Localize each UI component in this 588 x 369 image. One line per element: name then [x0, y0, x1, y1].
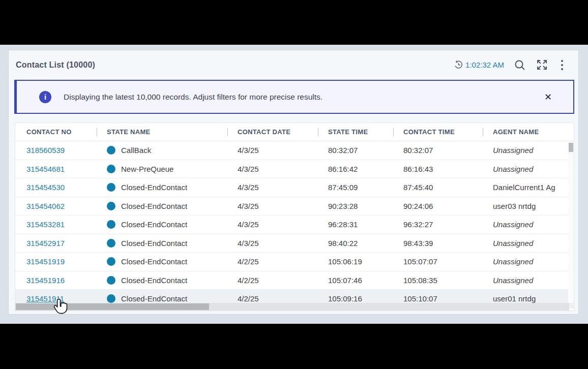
table-body: 318560539CallBack4/3/2580:32:0780:32:07U… — [15, 141, 574, 309]
page-title: Contact List (10000) — [16, 60, 95, 70]
search-icon[interactable] — [514, 59, 526, 71]
table-row[interactable]: 315451919Closed-EndContact4/2/25105:06:1… — [15, 253, 574, 271]
contact-time-cell: 96:32:27 — [393, 220, 483, 229]
state-time-cell: 80:32:07 — [318, 146, 393, 155]
column-header-contact-time[interactable]: CONTACT TIME — [393, 128, 483, 136]
contact-number-link[interactable]: 315451911 — [26, 294, 64, 303]
contact-date-cell: 4/3/25 — [227, 165, 318, 173]
contact-date-cell: 4/3/25 — [227, 202, 318, 210]
contact-time-cell: 105:07:07 — [393, 257, 483, 266]
info-icon: i — [39, 91, 51, 103]
state-name-cell: Closed-EndContact — [97, 183, 227, 192]
contact-table: CONTACT NOSTATE NAMECONTACT DATESTATE TI… — [15, 122, 574, 311]
agent-name-cell: Unassigned — [483, 257, 574, 266]
table-row[interactable]: 315454062Closed-EndContact4/3/2590:23:28… — [15, 197, 574, 216]
contact-time-cell: 86:16:43 — [393, 165, 483, 173]
contact-no-cell: 315453281 — [15, 220, 97, 229]
state-name-label: Closed-EndContact — [121, 220, 187, 229]
agent-name-label: user01 nrtdg — [493, 294, 536, 303]
expand-icon[interactable] — [536, 58, 548, 71]
state-name-cell: Closed-EndContact — [97, 239, 227, 248]
column-header-contact-date[interactable]: CONTACT DATE — [227, 128, 318, 136]
contact-no-cell: 318560539 — [15, 146, 97, 155]
state-time-cell: 105:09:16 — [318, 294, 393, 303]
vertical-scrollbar-thumb[interactable] — [569, 143, 573, 152]
state-dot-icon — [107, 276, 115, 285]
column-header-contact-no[interactable]: CONTACT NO — [15, 128, 97, 136]
contact-date-cell: 4/2/25 — [227, 276, 318, 285]
contact-time-cell: 105:08:35 — [393, 276, 483, 285]
state-dot-icon — [107, 183, 115, 192]
agent-name-cell: Unassigned — [483, 239, 574, 248]
state-name-label: New-PreQueue — [121, 165, 173, 173]
table-row[interactable]: 315451916Closed-EndContact4/2/25105:07:4… — [15, 271, 574, 290]
refresh-time-group[interactable]: 1:02:32 AM — [454, 60, 504, 70]
horizontal-scrollbar-thumb[interactable] — [16, 303, 209, 310]
contact-number-link[interactable]: 315451919 — [26, 257, 65, 266]
state-name-label: Closed-EndContact — [121, 276, 187, 285]
column-header-state-time[interactable]: STATE TIME — [318, 128, 393, 136]
contact-number-link[interactable]: 315452917 — [26, 239, 65, 248]
state-name-cell: New-PreQueue — [97, 165, 227, 173]
state-dot-icon — [107, 294, 115, 303]
state-time-cell: 90:23:28 — [318, 202, 393, 210]
banner-message: Displaying the latest 10,000 records. Ad… — [64, 93, 322, 102]
state-name-cell: Closed-EndContact — [97, 220, 227, 229]
contact-number-link[interactable]: 315454062 — [26, 202, 65, 210]
agent-name-label: Unassigned — [493, 165, 533, 173]
contact-no-cell: 315452917 — [15, 239, 97, 248]
state-name-label: Closed-EndContact — [121, 183, 187, 192]
contact-number-link[interactable]: 315453281 — [26, 220, 65, 229]
horizontal-scrollbar[interactable] — [15, 303, 569, 311]
state-dot-icon — [107, 165, 115, 173]
contact-time-cell: 87:45:40 — [393, 183, 483, 192]
state-name-cell: Closed-EndContact — [97, 276, 227, 285]
state-time-cell: 96:28:31 — [318, 220, 393, 229]
table-row[interactable]: 318560539CallBack4/3/2580:32:0780:32:07U… — [15, 141, 574, 160]
contact-date-cell: 4/3/25 — [227, 239, 318, 248]
widget-header: Contact List (10000) 1:02:32 AM — [9, 50, 578, 79]
contact-no-cell: 315451911 — [15, 294, 97, 303]
contact-date-cell: 4/2/25 — [227, 257, 318, 266]
contact-number-link[interactable]: 318560539 — [26, 146, 65, 155]
contact-time-cell: 105:10:07 — [393, 294, 483, 303]
contact-no-cell: 315454062 — [15, 202, 97, 210]
agent-name-label: user03 nrtdg — [493, 202, 536, 210]
contact-time-cell: 90:24:06 — [393, 202, 483, 210]
vertical-scrollbar[interactable] — [568, 142, 574, 303]
table-row[interactable]: 315452917Closed-EndContact4/3/2598:40:22… — [15, 234, 574, 253]
contact-no-cell: 315454681 — [15, 165, 97, 173]
state-time-cell: 105:07:46 — [318, 276, 393, 285]
agent-name-label: Unassigned — [493, 220, 533, 229]
state-time-cell: 87:45:09 — [318, 183, 393, 192]
column-header-agent-name[interactable]: AGENT NAME — [483, 128, 574, 136]
state-time-cell: 105:06:19 — [318, 257, 393, 266]
last-refresh-time: 1:02:32 AM — [465, 60, 504, 69]
agent-name-cell: user03 nrtdg — [483, 202, 574, 210]
state-name-cell: Closed-EndContact — [97, 202, 227, 210]
table-row[interactable]: 315454681New-PreQueue4/3/2586:16:4286:16… — [15, 160, 574, 179]
agent-name-cell: Unassigned — [483, 146, 574, 155]
table-row[interactable]: 315453281Closed-EndContact4/3/2596:28:31… — [15, 216, 574, 234]
kebab-menu-icon[interactable] — [558, 59, 566, 71]
contact-number-link[interactable]: 315451916 — [26, 276, 65, 285]
table-row[interactable]: 315454530Closed-EndContact4/3/2587:45:09… — [15, 178, 574, 197]
contact-date-cell: 4/2/25 — [227, 294, 318, 303]
state-name-cell: Closed-EndContact — [97, 257, 227, 266]
state-name-label: Closed-EndContact — [121, 257, 187, 266]
contact-date-cell: 4/3/25 — [227, 146, 318, 155]
contact-date-cell: 4/3/25 — [227, 220, 318, 229]
state-dot-icon — [107, 146, 115, 155]
state-time-cell: 98:40:22 — [318, 239, 393, 248]
contact-no-cell: 315451919 — [15, 257, 97, 266]
agent-name-cell: Unassigned — [483, 276, 574, 285]
column-header-state-name[interactable]: STATE NAME — [97, 128, 227, 136]
state-dot-icon — [107, 220, 115, 229]
contact-number-link[interactable]: 315454681 — [26, 165, 65, 173]
info-banner: i Displaying the latest 10,000 records. … — [14, 80, 574, 114]
close-icon[interactable]: ✕ — [544, 93, 552, 102]
contact-date-cell: 4/3/25 — [227, 183, 318, 192]
contact-list-widget: Contact List (10000) 1:02:32 AM — [8, 50, 579, 315]
contact-number-link[interactable]: 315454530 — [26, 183, 65, 192]
agent-name-label: Unassigned — [493, 257, 533, 266]
